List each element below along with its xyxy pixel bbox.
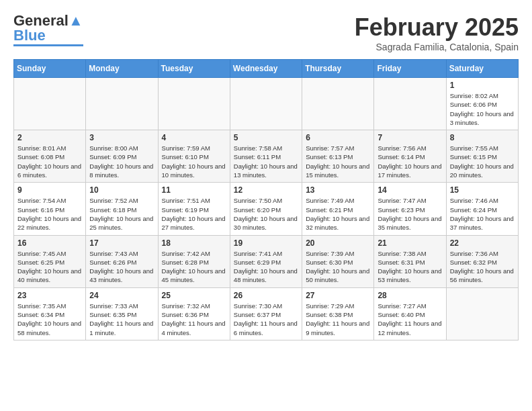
- day-number: 25: [162, 291, 226, 300]
- calendar-day-cell: 8Sunrise: 7:55 AMSunset: 6:15 PMDaylight…: [446, 130, 518, 183]
- day-number: 16: [17, 238, 82, 248]
- calendar-day-cell: 4Sunrise: 7:59 AMSunset: 6:10 PMDaylight…: [158, 130, 230, 183]
- day-number: 6: [306, 133, 370, 142]
- weekday-header-wednesday: Wednesday: [230, 60, 302, 78]
- day-info: Sunrise: 7:54 AMSunset: 6:16 PMDaylight:…: [17, 196, 82, 232]
- day-number: 10: [89, 185, 154, 195]
- day-info: Sunrise: 7:35 AMSunset: 6:34 PMDaylight:…: [17, 302, 82, 337]
- calendar-day-cell: 10Sunrise: 7:52 AMSunset: 6:18 PMDayligh…: [86, 183, 158, 235]
- calendar-day-cell: 28Sunrise: 7:27 AMSunset: 6:40 PMDayligh…: [374, 287, 446, 340]
- calendar-day-cell: 9Sunrise: 7:54 AMSunset: 6:16 PMDaylight…: [14, 183, 86, 235]
- day-info: Sunrise: 8:00 AMSunset: 6:09 PMDaylight:…: [89, 144, 154, 179]
- day-info: Sunrise: 7:42 AMSunset: 6:28 PMDaylight:…: [162, 249, 226, 285]
- day-info: Sunrise: 7:29 AMSunset: 6:38 PMDaylight:…: [306, 302, 370, 337]
- day-info: Sunrise: 7:50 AMSunset: 6:20 PMDaylight:…: [234, 196, 298, 232]
- calendar-day-cell: 15Sunrise: 7:46 AMSunset: 6:24 PMDayligh…: [446, 183, 518, 235]
- calendar-day-cell: [230, 78, 302, 130]
- day-info: Sunrise: 7:46 AMSunset: 6:24 PMDaylight:…: [450, 196, 515, 232]
- calendar-week-row: 23Sunrise: 7:35 AMSunset: 6:34 PMDayligh…: [14, 287, 519, 340]
- calendar-day-cell: 27Sunrise: 7:29 AMSunset: 6:38 PMDayligh…: [302, 287, 374, 340]
- day-info: Sunrise: 7:51 AMSunset: 6:19 PMDaylight:…: [162, 196, 226, 232]
- day-number: 23: [17, 291, 82, 300]
- day-number: 14: [378, 185, 442, 195]
- calendar-day-cell: 19Sunrise: 7:41 AMSunset: 6:29 PMDayligh…: [230, 235, 302, 287]
- day-number: 21: [378, 238, 442, 248]
- weekday-header-row: SundayMondayTuesdayWednesdayThursdayFrid…: [14, 60, 519, 78]
- calendar-day-cell: 13Sunrise: 7:49 AMSunset: 6:21 PMDayligh…: [302, 183, 374, 235]
- calendar-day-cell: 22Sunrise: 7:36 AMSunset: 6:32 PMDayligh…: [446, 235, 518, 287]
- day-info: Sunrise: 7:39 AMSunset: 6:30 PMDaylight:…: [306, 249, 370, 285]
- day-info: Sunrise: 7:43 AMSunset: 6:26 PMDaylight:…: [89, 249, 154, 285]
- calendar-week-row: 9Sunrise: 7:54 AMSunset: 6:16 PMDaylight…: [14, 183, 519, 235]
- weekday-header-monday: Monday: [86, 60, 158, 78]
- calendar-day-cell: 11Sunrise: 7:51 AMSunset: 6:19 PMDayligh…: [158, 183, 230, 235]
- calendar-week-row: 2Sunrise: 8:01 AMSunset: 6:08 PMDaylight…: [14, 130, 519, 183]
- day-info: Sunrise: 7:56 AMSunset: 6:14 PMDaylight:…: [378, 144, 442, 179]
- day-number: 24: [89, 291, 154, 300]
- calendar-week-row: 1Sunrise: 8:02 AMSunset: 6:06 PMDaylight…: [14, 78, 519, 130]
- day-info: Sunrise: 7:55 AMSunset: 6:15 PMDaylight:…: [450, 144, 515, 179]
- calendar-day-cell: 6Sunrise: 7:57 AMSunset: 6:13 PMDaylight…: [302, 130, 374, 183]
- calendar-day-cell: 17Sunrise: 7:43 AMSunset: 6:26 PMDayligh…: [86, 235, 158, 287]
- day-number: 26: [234, 291, 298, 300]
- weekday-header-saturday: Saturday: [446, 60, 518, 78]
- weekday-header-friday: Friday: [374, 60, 446, 78]
- calendar-day-cell: 12Sunrise: 7:50 AMSunset: 6:20 PMDayligh…: [230, 183, 302, 235]
- day-info: Sunrise: 7:41 AMSunset: 6:29 PMDaylight:…: [234, 249, 298, 285]
- day-number: 19: [234, 238, 298, 248]
- day-number: 27: [306, 291, 370, 300]
- calendar-week-row: 16Sunrise: 7:45 AMSunset: 6:25 PMDayligh…: [14, 235, 519, 287]
- day-number: 12: [234, 185, 298, 195]
- calendar-day-cell: [14, 78, 86, 130]
- day-info: Sunrise: 7:27 AMSunset: 6:40 PMDaylight:…: [378, 302, 442, 337]
- logo-text: General▲ Blue: [13, 13, 83, 43]
- day-info: Sunrise: 7:58 AMSunset: 6:11 PMDaylight:…: [234, 144, 298, 179]
- day-info: Sunrise: 7:47 AMSunset: 6:23 PMDaylight:…: [378, 196, 442, 232]
- day-info: Sunrise: 7:52 AMSunset: 6:18 PMDaylight:…: [89, 196, 154, 232]
- day-number: 20: [306, 238, 370, 248]
- calendar-day-cell: 25Sunrise: 7:32 AMSunset: 6:36 PMDayligh…: [158, 287, 230, 340]
- day-number: 28: [378, 291, 442, 300]
- day-number: 2: [17, 133, 82, 142]
- calendar-day-cell: 3Sunrise: 8:00 AMSunset: 6:09 PMDaylight…: [86, 130, 158, 183]
- day-number: 18: [162, 238, 226, 248]
- calendar-day-cell: 16Sunrise: 7:45 AMSunset: 6:25 PMDayligh…: [14, 235, 86, 287]
- day-info: Sunrise: 7:49 AMSunset: 6:21 PMDaylight:…: [306, 196, 370, 232]
- calendar-day-cell: [446, 287, 518, 340]
- day-number: 9: [17, 185, 82, 195]
- month-title: February 2025: [355, 13, 519, 42]
- calendar-day-cell: [374, 78, 446, 130]
- day-number: 8: [450, 133, 515, 142]
- day-number: 17: [89, 238, 154, 248]
- day-number: 3: [89, 133, 154, 142]
- day-info: Sunrise: 7:33 AMSunset: 6:35 PMDaylight:…: [89, 302, 154, 337]
- calendar-day-cell: 7Sunrise: 7:56 AMSunset: 6:14 PMDaylight…: [374, 130, 446, 183]
- calendar-day-cell: 5Sunrise: 7:58 AMSunset: 6:11 PMDaylight…: [230, 130, 302, 183]
- calendar-day-cell: [302, 78, 374, 130]
- weekday-header-thursday: Thursday: [302, 60, 374, 78]
- day-info: Sunrise: 8:01 AMSunset: 6:08 PMDaylight:…: [17, 144, 82, 179]
- day-number: 1: [450, 81, 515, 90]
- day-info: Sunrise: 7:45 AMSunset: 6:25 PMDaylight:…: [17, 249, 82, 285]
- day-info: Sunrise: 8:02 AMSunset: 6:06 PMDaylight:…: [450, 91, 515, 127]
- day-number: 22: [450, 238, 515, 248]
- calendar-day-cell: 23Sunrise: 7:35 AMSunset: 6:34 PMDayligh…: [14, 287, 86, 340]
- calendar-day-cell: 14Sunrise: 7:47 AMSunset: 6:23 PMDayligh…: [374, 183, 446, 235]
- location-subtitle: Sagrada Familia, Catalonia, Spain: [355, 42, 519, 52]
- day-info: Sunrise: 7:38 AMSunset: 6:31 PMDaylight:…: [378, 249, 442, 285]
- day-info: Sunrise: 7:36 AMSunset: 6:32 PMDaylight:…: [450, 249, 515, 285]
- calendar-day-cell: 20Sunrise: 7:39 AMSunset: 6:30 PMDayligh…: [302, 235, 374, 287]
- calendar-day-cell: [86, 78, 158, 130]
- calendar-day-cell: 21Sunrise: 7:38 AMSunset: 6:31 PMDayligh…: [374, 235, 446, 287]
- page-header: General▲ Blue February 2025 Sagrada Fami…: [13, 13, 519, 52]
- day-info: Sunrise: 7:32 AMSunset: 6:36 PMDaylight:…: [162, 302, 226, 337]
- calendar-table: SundayMondayTuesdayWednesdayThursdayFrid…: [13, 59, 519, 340]
- calendar-day-cell: 2Sunrise: 8:01 AMSunset: 6:08 PMDaylight…: [14, 130, 86, 183]
- title-block: February 2025 Sagrada Familia, Catalonia…: [355, 13, 519, 52]
- calendar-day-cell: 26Sunrise: 7:30 AMSunset: 6:37 PMDayligh…: [230, 287, 302, 340]
- calendar-day-cell: 1Sunrise: 8:02 AMSunset: 6:06 PMDaylight…: [446, 78, 518, 130]
- day-number: 15: [450, 185, 515, 195]
- day-number: 7: [378, 133, 442, 142]
- day-info: Sunrise: 7:57 AMSunset: 6:13 PMDaylight:…: [306, 144, 370, 179]
- logo: General▲ Blue: [13, 13, 83, 46]
